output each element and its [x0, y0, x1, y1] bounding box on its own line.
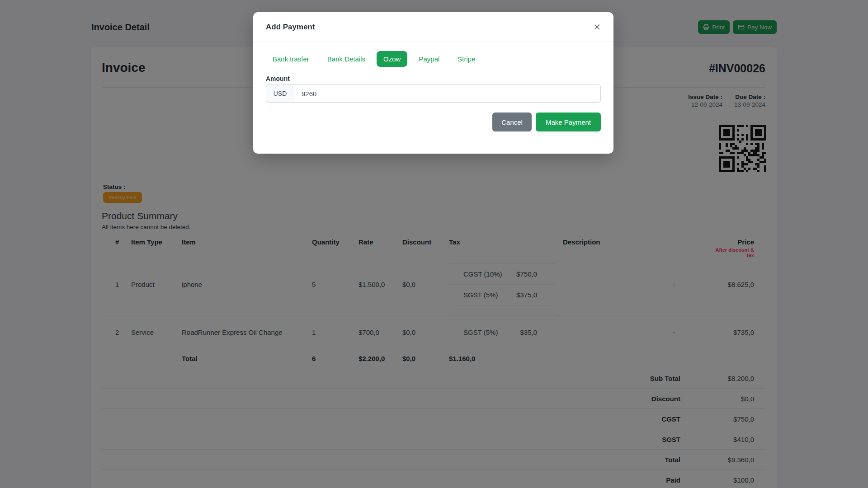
make-payment-button[interactable]: Make Payment [536, 113, 601, 131]
amount-input-group: USD [266, 84, 601, 103]
amount-label: Amount [266, 75, 601, 82]
tab-paypal[interactable]: Paypal [412, 51, 446, 67]
cancel-button[interactable]: Cancel [492, 113, 532, 131]
tab-bank-transfer[interactable]: Bank trasfer [266, 51, 316, 67]
modal-header: Add Payment ✕ [253, 12, 613, 42]
close-icon[interactable]: ✕ [593, 23, 601, 32]
tab-ozow[interactable]: Ozow [377, 51, 407, 67]
currency-addon: USD [266, 84, 294, 103]
modal-body: Bank trasfer Bank Details Ozow Paypal St… [253, 42, 613, 131]
amount-input[interactable] [294, 84, 601, 103]
modal-actions: Cancel Make Payment [266, 113, 601, 131]
modal-title: Add Payment [266, 23, 315, 32]
tab-stripe[interactable]: Stripe [451, 51, 482, 67]
payment-method-tabs: Bank trasfer Bank Details Ozow Paypal St… [266, 51, 601, 67]
invoice-detail-page: Invoice Detail Print Pay Now [0, 0, 868, 488]
tab-bank-details[interactable]: Bank Details [321, 51, 372, 67]
add-payment-modal: Add Payment ✕ Bank trasfer Bank Details … [253, 12, 613, 154]
